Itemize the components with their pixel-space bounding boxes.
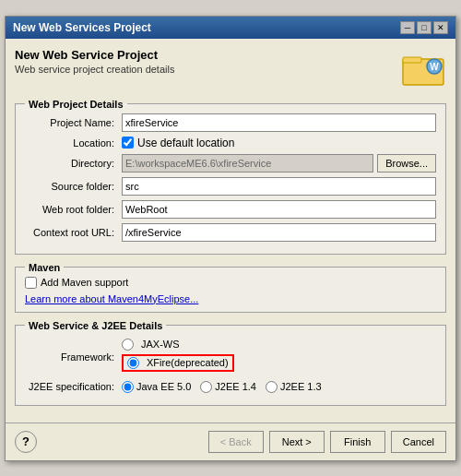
- web-service-j2ee-section: Web Service & J2EE Details Framework: JA…: [15, 320, 446, 406]
- framework-row: Framework: JAX-WS XFire(deprecated): [25, 339, 436, 375]
- jax-ws-radio-row: JAX-WS: [122, 339, 234, 351]
- j2ee-13-radio[interactable]: [266, 381, 278, 393]
- svg-text:W: W: [430, 62, 439, 72]
- project-name-label: Project Name:: [25, 117, 122, 128]
- dialog-header: New Web Service Project Web service proj…: [15, 48, 446, 89]
- directory-row: Directory: Browse...: [25, 154, 436, 173]
- context-root-label: Context root URL:: [25, 227, 122, 238]
- j2ee-14-option: J2EE 1.4: [200, 381, 256, 393]
- context-root-input[interactable]: [122, 223, 436, 242]
- back-button[interactable]: < Back: [208, 431, 264, 453]
- wizard-icon: W: [400, 48, 446, 89]
- directory-input: [122, 154, 373, 173]
- svg-rect-1: [403, 57, 421, 63]
- j2ee-spec-row: J2EE specification: Java EE 5.0 J2EE 1.4…: [25, 381, 436, 393]
- web-root-input[interactable]: [122, 200, 436, 219]
- web-root-label: Web root folder:: [25, 204, 122, 215]
- project-name-row: Project Name:: [25, 113, 436, 132]
- maven-legend: Maven: [25, 262, 64, 273]
- framework-label: Framework:: [25, 351, 122, 363]
- dialog-footer: ? < Back Next > Finish Cancel: [6, 422, 455, 460]
- help-button[interactable]: ?: [15, 431, 37, 453]
- add-maven-label: Add Maven support: [41, 277, 128, 288]
- finish-button[interactable]: Finish: [330, 431, 385, 453]
- learn-more-link[interactable]: Learn more about Maven4MyEclipse...: [25, 293, 436, 304]
- java-ee-5-radio[interactable]: [122, 381, 134, 393]
- framework-options: JAX-WS XFire(deprecated): [122, 339, 234, 375]
- navigation-buttons: < Back Next > Finish Cancel: [208, 431, 446, 453]
- xfire-radio[interactable]: [127, 357, 139, 369]
- add-maven-row: Add Maven support: [25, 277, 436, 289]
- dialog-content: New Web Service Project Web service proj…: [6, 39, 455, 422]
- xfire-highlighted-box: XFire(deprecated): [122, 354, 234, 372]
- web-project-details-section: Web Project Details Project Name: Locati…: [15, 99, 446, 255]
- web-root-row: Web root folder:: [25, 200, 436, 219]
- j2ee-14-radio[interactable]: [200, 381, 212, 393]
- j2ee-spec-label: J2EE specification:: [25, 381, 122, 392]
- cancel-button[interactable]: Cancel: [391, 431, 446, 453]
- web-project-legend: Web Project Details: [25, 99, 127, 110]
- xfire-radio-row: XFire(deprecated): [122, 354, 234, 372]
- header-text-block: New Web Service Project Web service proj…: [15, 48, 174, 75]
- maximize-button[interactable]: □: [417, 21, 431, 34]
- source-folder-label: Source folder:: [25, 181, 122, 192]
- use-default-location-container: Use default location: [122, 137, 234, 149]
- minimize-button[interactable]: ─: [400, 21, 415, 34]
- use-default-location-checkbox[interactable]: [122, 137, 134, 149]
- title-bar: New Web Services Project ─ □ ✕: [6, 17, 455, 39]
- next-button[interactable]: Next >: [269, 431, 325, 453]
- java-ee-5-label: Java EE 5.0: [136, 381, 191, 392]
- add-maven-checkbox[interactable]: [25, 277, 37, 289]
- browse-button[interactable]: Browse...: [377, 154, 436, 173]
- java-ee-5-option: Java EE 5.0: [122, 381, 191, 393]
- use-default-location-label: Use default location: [137, 137, 234, 149]
- j2ee-13-option: J2EE 1.3: [266, 381, 322, 393]
- source-folder-row: Source folder:: [25, 177, 436, 196]
- jax-ws-label: JAX-WS: [141, 339, 180, 350]
- maven-section: Maven Add Maven support Learn more about…: [15, 262, 446, 313]
- dialog-subtitle: Web service project creation details: [15, 64, 174, 75]
- source-folder-input[interactable]: [122, 177, 436, 196]
- close-button[interactable]: ✕: [433, 21, 448, 34]
- j2ee-14-label: J2EE 1.4: [215, 381, 256, 392]
- j2ee-13-label: J2EE 1.3: [280, 381, 322, 392]
- directory-label: Directory:: [25, 158, 122, 169]
- location-label: Location:: [25, 137, 122, 149]
- window-title: New Web Services Project: [13, 21, 151, 34]
- project-name-input[interactable]: [122, 113, 436, 132]
- window-controls: ─ □ ✕: [400, 21, 448, 34]
- dialog-title: New Web Service Project: [15, 48, 174, 62]
- xfire-label: XFire(deprecated): [147, 357, 229, 368]
- jax-ws-radio[interactable]: [122, 339, 134, 351]
- location-row: Location: Use default location: [25, 137, 436, 149]
- context-root-row: Context root URL:: [25, 223, 436, 242]
- web-service-legend: Web Service & J2EE Details: [25, 320, 166, 331]
- j2ee-options: Java EE 5.0 J2EE 1.4 J2EE 1.3: [122, 381, 322, 393]
- main-window: New Web Services Project ─ □ ✕ New Web S…: [5, 16, 456, 461]
